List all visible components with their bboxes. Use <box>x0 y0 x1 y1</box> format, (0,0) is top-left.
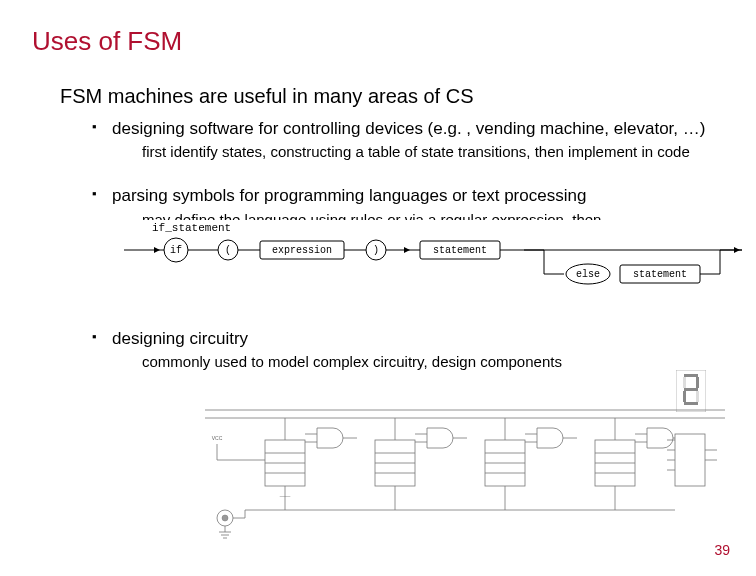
svg-text:───: ─── <box>279 493 291 499</box>
bullet-1: designing software for controlling devic… <box>92 118 724 139</box>
svg-text:): ) <box>373 244 379 255</box>
svg-marker-16 <box>404 247 410 253</box>
bullet-3-sub: commonly used to model complex circuitry… <box>142 353 724 371</box>
svg-text:expression: expression <box>272 244 332 255</box>
svg-rect-24 <box>683 377 686 388</box>
svg-rect-20 <box>696 377 699 388</box>
bullet-2: parsing symbols for programming language… <box>92 185 724 206</box>
bullet-1-sub: first identify states, constructing a ta… <box>142 143 724 161</box>
svg-text:statement: statement <box>433 244 487 255</box>
svg-text:(: ( <box>225 244 231 255</box>
svg-text:statement: statement <box>633 268 687 279</box>
svg-text:VCC: VCC <box>212 435 223 441</box>
circuit-diagram: ─── <box>205 400 725 540</box>
bullet-2-sub: may define the language using rules or v… <box>142 211 724 220</box>
svg-rect-65 <box>675 434 705 486</box>
svg-marker-15 <box>154 247 160 253</box>
syntax-diagram: if_statement if ( expression ) statement… <box>124 222 742 292</box>
svg-text:if: if <box>170 244 182 255</box>
svg-marker-17 <box>734 247 740 253</box>
svg-rect-21 <box>684 388 698 391</box>
bullet-3: designing circuitry <box>92 328 724 349</box>
svg-text:else: else <box>576 268 600 279</box>
page-number: 39 <box>714 542 730 558</box>
slide-title: Uses of FSM <box>32 26 724 57</box>
svg-point-74 <box>222 515 228 521</box>
slide-subtitle: FSM machines are useful in many areas of… <box>60 85 724 108</box>
syntax-diagram-label: if_statement <box>152 222 231 234</box>
svg-rect-19 <box>684 374 698 377</box>
